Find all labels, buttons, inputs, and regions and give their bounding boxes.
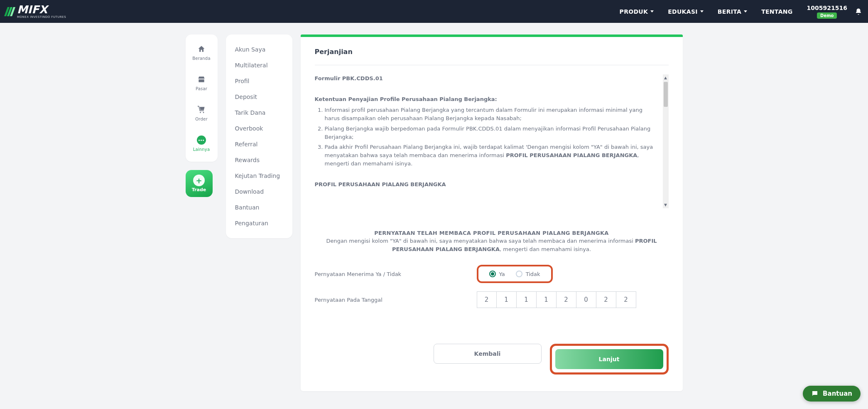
rail-lainnya[interactable]: Lainnya <box>193 136 210 152</box>
rail-order[interactable]: Order <box>195 105 207 121</box>
date-digit: 0 <box>576 291 596 308</box>
svg-point-1 <box>203 112 204 113</box>
chevron-down-icon <box>700 10 704 12</box>
accept-radio-group: Ya Tidak <box>477 265 553 283</box>
document-content[interactable]: Formulir PBK.CDDS.01 Ketentuan Penyajian… <box>315 74 669 208</box>
submenu: Akun Saya Multilateral Profil Deposit Ta… <box>226 34 292 238</box>
nav-label: EDUKASI <box>668 8 698 15</box>
doc-form-code: Formulir PBK.CDDS.01 <box>315 74 657 83</box>
brand-logo[interactable]: MIFX MONEX INVESTINDO FUTURES <box>6 4 66 19</box>
account-info[interactable]: 1005921516 Demo <box>807 5 847 19</box>
page-body: Beranda Pasar Order Lainnya + Trade Akun… <box>0 23 868 408</box>
brand-name: MIFX <box>17 4 66 15</box>
rail-label: Pasar <box>196 86 207 91</box>
trade-label: Trade <box>192 187 206 192</box>
doc-bullet: Pialang Berjangka wajib berpedoman pada … <box>325 125 657 141</box>
date-digit: 2 <box>596 291 616 308</box>
date-digit: 1 <box>537 291 557 308</box>
cart-icon <box>197 105 206 114</box>
left-column: Beranda Pasar Order Lainnya + Trade <box>186 34 218 197</box>
radio-dot-icon <box>489 271 496 277</box>
submenu-download[interactable]: Download <box>235 188 283 195</box>
rail-label: Lainnya <box>193 147 210 152</box>
submenu-bantuan[interactable]: Bantuan <box>235 204 283 211</box>
nav-label: BERITA <box>718 8 741 15</box>
scroll-down-icon[interactable]: ▼ <box>663 202 669 208</box>
nav-label: PRODUK <box>620 8 648 15</box>
date-label: Pernyataan Pada Tanggal <box>315 297 477 303</box>
nav-tentang[interactable]: TENTANG <box>761 8 792 15</box>
home-icon <box>197 44 206 54</box>
nav-rail: Beranda Pasar Order Lainnya <box>186 34 218 162</box>
nav-berita[interactable]: BERITA <box>718 8 747 15</box>
date-input[interactable]: 2 1 1 1 2 0 2 2 <box>477 291 636 308</box>
svg-point-0 <box>200 112 201 113</box>
date-digit: 2 <box>616 291 636 308</box>
top-nav: MIFX MONEX INVESTINDO FUTURES PRODUK EDU… <box>0 0 868 23</box>
statement-text: Dengan mengisi kolom "YA" di bawah ini, … <box>315 237 669 253</box>
submenu-deposit[interactable]: Deposit <box>235 94 283 100</box>
more-icon <box>197 136 206 145</box>
logo-bars-icon <box>6 7 14 16</box>
help-bubble-label: Bantuan <box>823 390 852 397</box>
doc-bullet-list: Informasi profil perusahaan Pialang Berj… <box>315 106 657 168</box>
nav-label: TENTANG <box>761 8 792 15</box>
rail-label: Order <box>195 117 207 121</box>
submenu-rewards[interactable]: Rewards <box>235 157 283 163</box>
submenu-overbook[interactable]: Overbook <box>235 125 283 132</box>
radio-yes[interactable]: Ya <box>489 271 505 277</box>
date-digit: 2 <box>477 291 497 308</box>
doc-scrollbar[interactable]: ▲ ▼ <box>663 74 669 208</box>
date-row: Pernyataan Pada Tanggal 2 1 1 1 2 0 2 2 <box>315 291 669 308</box>
date-digit: 1 <box>517 291 537 308</box>
radio-yes-label: Ya <box>499 271 505 277</box>
submenu-pengaturan[interactable]: Pengaturan <box>235 220 283 227</box>
plus-icon: + <box>193 175 205 186</box>
statement-block: PERNYATAAN TELAH MEMBACA PROFIL PERUSAHA… <box>315 230 669 253</box>
account-id: 1005921516 <box>807 5 847 11</box>
radio-dot-icon <box>516 271 522 277</box>
document-viewer: Formulir PBK.CDDS.01 Ketentuan Penyajian… <box>315 74 669 208</box>
statement-title: PERNYATAAN TELAH MEMBACA PROFIL PERUSAHA… <box>315 230 669 236</box>
chat-icon <box>811 390 819 397</box>
accept-label: Pernyataan Menerima Ya / Tidak <box>315 271 477 277</box>
rail-label: Beranda <box>192 56 210 61</box>
rail-pasar[interactable]: Pasar <box>196 75 207 91</box>
date-digit: 1 <box>497 291 517 308</box>
divider <box>315 65 669 65</box>
back-button[interactable]: Kembali <box>434 344 542 364</box>
account-badge: Demo <box>817 12 837 19</box>
doc-bullet: Pada akhir Profil Perusahaan Pialang Ber… <box>325 143 657 168</box>
doc-section-title: PROFIL PERUSAHAAN PIALANG BERJANGKA <box>315 180 657 189</box>
next-button-highlight: Lanjut <box>550 344 669 375</box>
nav-edukasi[interactable]: EDUKASI <box>668 8 704 15</box>
radio-no-label: Tidak <box>526 271 540 277</box>
next-button[interactable]: Lanjut <box>555 349 663 369</box>
date-digit: 2 <box>557 291 576 308</box>
radio-no[interactable]: Tidak <box>516 271 540 277</box>
topnav-items: PRODUK EDUKASI BERITA TENTANG <box>620 8 793 15</box>
card-title: Perjanjian <box>315 48 669 56</box>
bell-icon[interactable] <box>855 8 862 15</box>
action-row: Kembali Lanjut <box>315 344 669 375</box>
scroll-thumb[interactable] <box>664 82 668 107</box>
chevron-down-icon <box>650 10 654 12</box>
doc-bullet: Informasi profil perusahaan Pialang Berj… <box>325 106 657 123</box>
nav-produk[interactable]: PRODUK <box>620 8 654 15</box>
scroll-up-icon[interactable]: ▲ <box>663 74 669 81</box>
trade-button[interactable]: + Trade <box>186 170 213 197</box>
chevron-down-icon <box>744 10 747 12</box>
submenu-tarik-dana[interactable]: Tarik Dana <box>235 109 283 116</box>
rail-beranda[interactable]: Beranda <box>192 44 210 61</box>
submenu-referral[interactable]: Referral <box>235 141 283 148</box>
submenu-profil[interactable]: Profil <box>235 78 283 84</box>
accept-row: Pernyataan Menerima Ya / Tidak Ya Tidak <box>315 265 669 283</box>
agreement-card: Perjanjian Formulir PBK.CDDS.01 Ketentua… <box>301 34 683 391</box>
help-bubble[interactable]: Bantuan <box>803 386 861 402</box>
brand-tagline: MONEX INVESTINDO FUTURES <box>17 16 66 19</box>
doc-subheading: Ketentuan Penyajian Profile Perusahaan P… <box>315 95 657 103</box>
market-icon <box>197 75 206 84</box>
submenu-multilateral[interactable]: Multilateral <box>235 62 283 69</box>
submenu-akun-saya[interactable]: Akun Saya <box>235 46 283 53</box>
submenu-kejutan-trading[interactable]: Kejutan Trading <box>235 172 283 179</box>
